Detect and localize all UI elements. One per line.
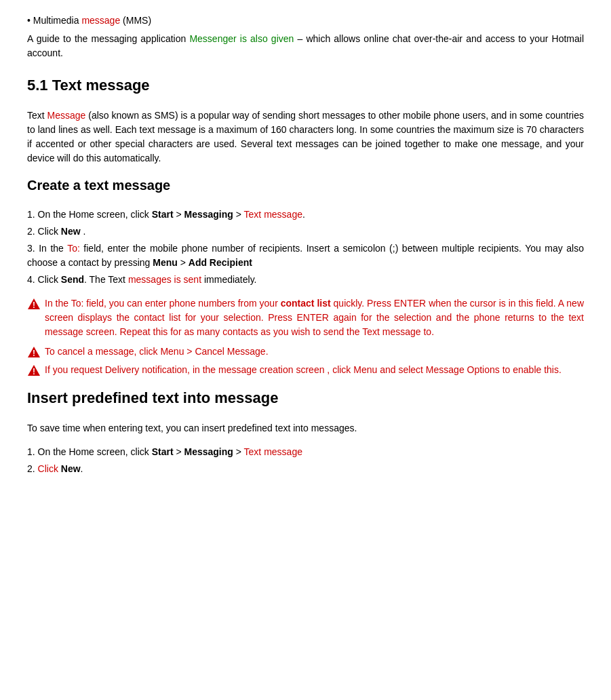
body-start: Text [27, 110, 47, 121]
bullet-red: message [81, 15, 120, 26]
svg-text:!: ! [33, 349, 35, 358]
step1-start: 1. On the Home screen, click [27, 209, 152, 220]
w1-end: . [431, 326, 434, 337]
warning-block: ! In the To: field, you can enter phone … [27, 296, 584, 377]
body-end: (also known as SMS) is a popular way of … [27, 110, 584, 163]
warning-2-text: To cancel a message, click Menu > Cancel… [45, 345, 584, 359]
step2-end: . [81, 226, 86, 237]
warning-icon-1: ! [27, 297, 41, 311]
intro-description: A guide to the messaging application Mes… [27, 32, 584, 60]
ins-step1-red: Text message [244, 446, 302, 457]
step1-mid2: > [233, 209, 244, 220]
step4-red: messages is sent [128, 274, 201, 285]
w3-rest: Delivery notification, in the message cr… [102, 364, 332, 375]
step4-end: immediately. [201, 274, 256, 285]
w1-red3: as many contacts as you wish to send the… [184, 326, 431, 337]
w1-rest2: . Repeat this for [115, 326, 184, 337]
warning-1: ! In the To: field, you can enter phone … [27, 296, 584, 339]
step-4: 4. Click Send. The Text messages is sent… [27, 273, 584, 287]
step3-end: field, enter the mobile phone number of … [27, 243, 584, 268]
intro-desc-green: Messenger is also given [189, 33, 294, 44]
create-text-title: Create a text message [27, 175, 584, 195]
w3-red: request [71, 364, 102, 375]
bullet-text-end: (MMS) [120, 15, 151, 26]
w3-start: If you [45, 364, 71, 375]
ins-step2-bold: New [61, 463, 81, 474]
insert-step-2: 2. Click New. [27, 462, 584, 476]
step1-red: Text message [244, 209, 302, 220]
ins-step1-mid2: > [233, 446, 244, 457]
w2-start: To cancel a message, click Menu > Cancel… [45, 346, 269, 357]
intro-bullet: • Multimedia message (MMS) [27, 14, 584, 28]
insert-body: To save time when entering text, you can… [27, 421, 584, 435]
section-51-body: Text Message (also known as SMS) is a po… [27, 109, 584, 166]
body-red: Message [47, 110, 86, 121]
step4-mid: . The Text [84, 274, 128, 285]
step-2: 2. Click New . [27, 225, 584, 239]
step3-bold2: Add Recipient [189, 257, 252, 268]
insert-steps: 1. On the Home screen, click Start > Mes… [27, 445, 584, 476]
steps-container: 1. On the Home screen, click Start > Mes… [27, 208, 584, 287]
w1-red: contact list [281, 298, 331, 309]
warning-2: ! To cancel a message, click Menu > Canc… [27, 345, 584, 359]
w3-end: click Menu and select Message Options to… [332, 364, 561, 375]
w1-start: In the To: field, you can enter phone nu… [45, 298, 281, 309]
ins-step1-bold2: Messaging [184, 446, 233, 457]
step-3: 3. In the To: field, enter the mobile ph… [27, 241, 584, 270]
step2-start: 2. Click [27, 226, 61, 237]
step3-red: To: [67, 243, 80, 254]
warning-3: ! If you request Delivery notification, … [27, 363, 584, 377]
step3-mid: > [178, 257, 189, 268]
bullet-text-start: • Multimedia [27, 15, 81, 26]
step-1: 1. On the Home screen, click Start > Mes… [27, 208, 584, 222]
insert-section-title: Insert predefined text into message [27, 387, 584, 409]
step3-bold: Menu [153, 257, 178, 268]
step4-bold: Send [61, 274, 84, 285]
ins-step1-bold1: Start [152, 446, 174, 457]
step1-mid: > [174, 209, 184, 220]
ins-step2-end: . [81, 463, 83, 474]
step1-end: . [302, 209, 305, 220]
warning-icon-3: ! [27, 364, 41, 377]
section-51-title: 5.1 Text message [27, 74, 584, 96]
warning-1-text: In the To: field, you can enter phone nu… [45, 296, 584, 339]
intro-desc-start: A guide to the messaging application [27, 33, 189, 44]
svg-text:!: ! [33, 367, 35, 376]
ins-step2-red: Click [38, 463, 58, 474]
step3-start: 3. In the [27, 243, 67, 254]
warning-3-text: If you request Delivery notification, in… [45, 363, 584, 377]
ins-step1-start: 1. On the Home screen, click [27, 446, 152, 457]
step1-bold1: Start [152, 209, 174, 220]
step2-bold: New [61, 226, 81, 237]
svg-text:!: ! [33, 300, 35, 310]
insert-step-1: 1. On the Home screen, click Start > Mes… [27, 445, 584, 459]
step4-start: 4. Click [27, 274, 61, 285]
ins-step2-start: 2. [27, 463, 38, 474]
ins-step1-mid: > [174, 446, 184, 457]
step1-bold2: Messaging [184, 209, 233, 220]
warning-icon-2: ! [27, 345, 41, 359]
